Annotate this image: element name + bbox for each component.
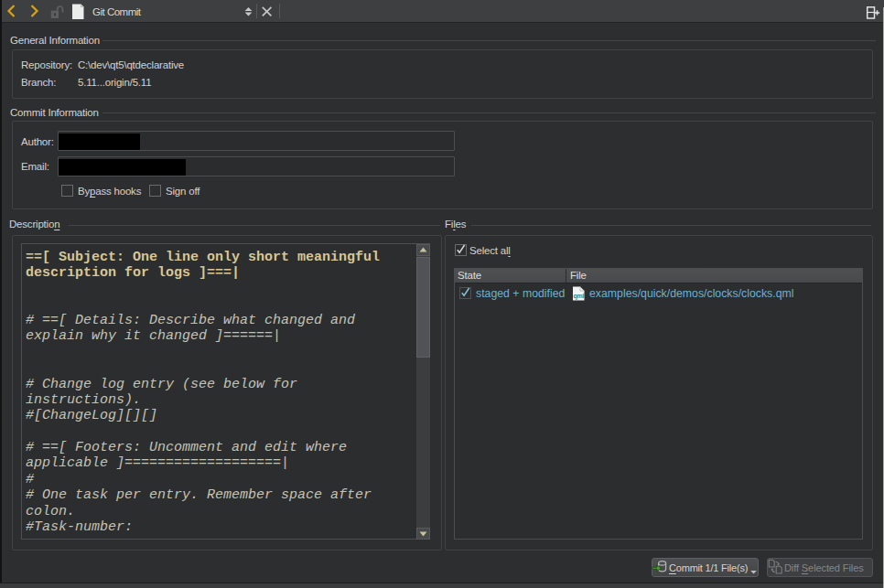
svg-text:qml: qml bbox=[574, 293, 585, 300]
